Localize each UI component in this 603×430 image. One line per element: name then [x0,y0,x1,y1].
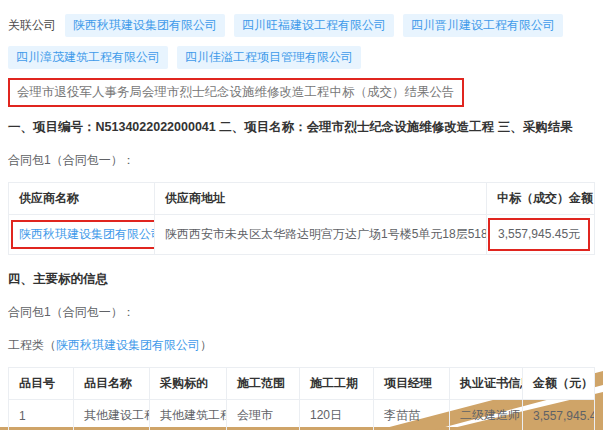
items-table-header-row: 品目号 品目名称 采购标的 施工范围 施工工期 项目经理 执业证书信息 金额（元… [9,368,595,400]
item-name-header: 品目名称 [74,368,150,400]
category-company-link[interactable]: 陕西秋琪建设集团有限公司 [56,338,200,352]
supplier-address-header: 供应商地址 [155,183,487,215]
project-manager-cell: 李苗苗 [374,400,450,430]
category-suffix: ） [200,338,212,352]
category-line: 工程类（陕西秋琪建设集团有限公司） [8,337,595,354]
supplier-name-cell: 陕西秋琪建设集团有限公司 [9,215,155,255]
supplier-table: 供应商名称 供应商地址 中标（成交）金额 陕西秋琪建设集团有限公司 陕西西安市未… [8,182,595,255]
related-company-tag-3[interactable]: 四川晋川建设工程有限公司 [403,14,563,37]
item-name-cell: 其他建设工程 [74,400,150,430]
related-companies-label: 关联公司 [8,17,56,34]
supplier-name-header: 供应商名称 [9,183,155,215]
construction-period-cell: 120日 [300,400,374,430]
construction-scope-cell: 会理市 [227,400,300,430]
procurement-target-header: 采购标的 [150,368,227,400]
items-table-row: 1 其他建设工程 其他建筑工程 会理市 120日 李苗苗 二级建造师 3,557… [9,400,595,430]
license-info-cell: 二级建造师 [450,400,523,430]
license-info-header: 执业证书信息 [450,368,523,400]
related-company-tag-2[interactable]: 四川旺福建设工程有限公司 [234,14,394,37]
supplier-table-row: 陕西秋琪建设集团有限公司 陕西西安市未央区太华路达明宫万达广场1号楼5单元18层… [9,215,595,255]
supplier-name-highlight: 陕西秋琪建设集团有限公司 [11,220,155,249]
announcement-page: 关联公司 陕西秋琪建设集团有限公司 四川旺福建设工程有限公司 四川晋川建设工程有… [0,0,603,430]
award-amount-header: 中标（成交）金额 [487,183,595,215]
announcement-title-highlight: 会理市退役军人事务局会理市烈士纪念设施维修改造工程中标（成交）结果公告 [8,78,464,107]
project-manager-header: 项目经理 [374,368,450,400]
project-info-line: 一、项目编号：N5134022022000041 二、项目名称：会理市烈士纪念设… [8,119,595,136]
related-company-tag-1[interactable]: 陕西秋琪建设集团有限公司 [65,14,225,37]
supplier-name-link[interactable]: 陕西秋琪建设集团有限公司 [19,227,155,241]
contract-package-label-1: 合同包1（合同包一）： [8,152,595,169]
contract-package-label-2: 合同包1（合同包一）： [8,304,595,321]
category-prefix: 工程类（ [8,338,56,352]
award-amount-cell: 3,557,945.45元 [487,215,595,255]
section4-title: 四、主要标的信息 [8,271,595,288]
related-companies-row: 关联公司 陕西秋琪建设集团有限公司 四川旺福建设工程有限公司 四川晋川建设工程有… [8,14,595,69]
construction-period-header: 施工工期 [300,368,374,400]
supplier-table-header-row: 供应商名称 供应商地址 中标（成交）金额 [9,183,595,215]
supplier-address-cell: 陕西西安市未央区太华路达明宫万达广场1号楼5单元18层51812室 [155,215,487,255]
construction-scope-header: 施工范围 [227,368,300,400]
procurement-target-cell: 其他建筑工程 [150,400,227,430]
announcement-title: 会理市退役军人事务局会理市烈士纪念设施维修改造工程中标（成交）结果公告 [17,85,455,99]
award-amount-highlight: 3,557,945.45元 [488,218,590,251]
amount-cell: 3,557,945.45 [523,400,595,430]
item-no-header: 品目号 [9,368,74,400]
items-table: 品目号 品目名称 采购标的 施工范围 施工工期 项目经理 执业证书信息 金额（元… [8,367,595,430]
item-no-cell: 1 [9,400,74,430]
amount-header: 金额（元） [523,368,595,400]
related-company-tag-4[interactable]: 四川漳茂建筑工程有限公司 [8,46,168,69]
related-company-tag-5[interactable]: 四川佳溢工程项目管理有限公司 [177,46,361,69]
